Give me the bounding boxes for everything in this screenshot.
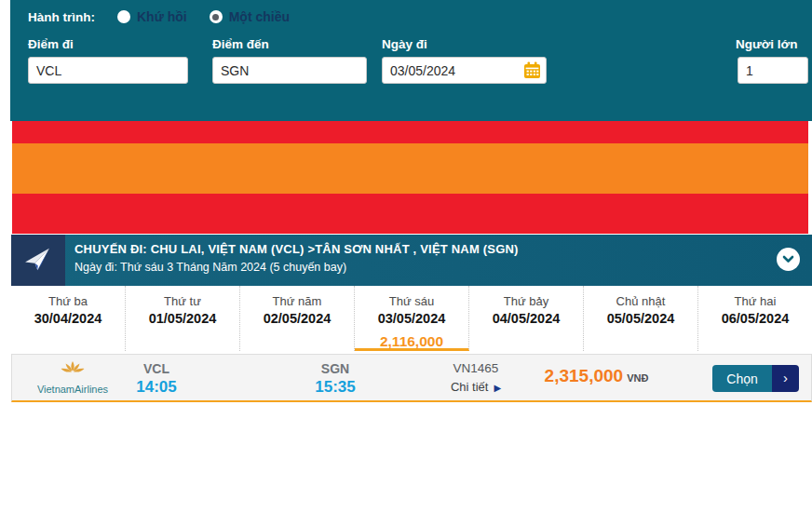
- tab-date: 05/05/2024: [584, 311, 697, 326]
- details-arrow-icon: ▶: [494, 383, 501, 393]
- date-tab-3-active[interactable]: Thứ sáu 03/05/2024 2,116,000: [355, 286, 469, 351]
- tab-day: Chủ nhật: [584, 294, 697, 308]
- flight-result-row: VietnamAirlines VCL 14:05 SGN 15:35 VN14…: [11, 354, 812, 402]
- price-currency: VNĐ: [627, 372, 648, 384]
- radio-icon[interactable]: [117, 10, 130, 23]
- flight-header-subtitle: Ngày đi: Thứ sáu 3 Tháng Năm 2024 (5 chu…: [74, 261, 519, 274]
- trip-type-label: Hành trình:: [28, 10, 95, 24]
- chevron-down-icon: [782, 255, 794, 263]
- origin-label: Điểm đi: [28, 37, 74, 51]
- collapse-button[interactable]: [777, 248, 800, 271]
- tab-day: Thứ năm: [240, 294, 354, 308]
- button-chevron-icon: ›: [772, 365, 799, 392]
- origin-code: VCL: [105, 361, 208, 376]
- tab-day: Thứ bảy: [469, 294, 583, 308]
- tab-date: 01/05/2024: [126, 311, 239, 326]
- date-tab-5[interactable]: Chủ nhật 05/05/2024: [584, 286, 698, 351]
- paper-plane-icon: [22, 247, 54, 275]
- destination-input[interactable]: [212, 57, 367, 84]
- dest-code: SGN: [284, 361, 386, 376]
- flight-number: VN1465: [425, 361, 527, 375]
- banner-stripe-red-bottom: [12, 194, 808, 234]
- search-form-panel: Hành trình: Khứ hồi Một chiều Điểm đi Đi…: [10, 0, 812, 121]
- tab-day: Thứ hai: [698, 294, 812, 308]
- vietnam-airlines-lotus-icon: [60, 360, 86, 379]
- date-tab-2[interactable]: Thứ năm 02/05/2024: [240, 286, 355, 351]
- date-tab-6[interactable]: Thứ hai 06/05/2024: [698, 286, 812, 351]
- arrive-time: 15:35: [284, 378, 386, 397]
- select-flight-button[interactable]: Chọn ›: [712, 365, 799, 392]
- promo-banner[interactable]: [12, 121, 808, 234]
- date-tabs: Thứ ba 30/04/2024 Thứ tư 01/05/2024 Thứ …: [11, 286, 812, 351]
- radio-selected-icon[interactable]: [210, 10, 223, 23]
- plane-box: [11, 235, 65, 286]
- flight-header-title: CHUYẾN ĐI: CHU LAI, VIỆT NAM (VCL) >TÂN …: [74, 242, 519, 256]
- tab-date: 04/05/2024: [469, 311, 583, 326]
- date-tab-4[interactable]: Thứ bảy 04/05/2024: [469, 286, 584, 351]
- depart-date-input[interactable]: [382, 57, 547, 84]
- tab-day: Thứ sáu: [355, 294, 468, 308]
- radio-round-trip-label: Khứ hồi: [137, 9, 187, 24]
- depart-date-label: Ngày đi: [382, 37, 427, 51]
- tab-day: Thứ ba: [11, 294, 125, 308]
- details-link[interactable]: Chi tiết▶: [425, 380, 527, 394]
- flight-number-column: VN1465 Chi tiết▶: [425, 361, 527, 394]
- adults-label: Người lớn: [736, 37, 797, 51]
- tab-day: Thứ tư: [126, 294, 239, 308]
- tab-price: 2,116,000: [355, 333, 468, 350]
- tab-date: 30/04/2024: [11, 311, 125, 326]
- price-value: 2,315,000: [545, 366, 624, 385]
- banner-stripe-orange: [12, 143, 808, 194]
- banner-stripe-red-top: [12, 121, 808, 143]
- date-tab-1[interactable]: Thứ tư 01/05/2024: [126, 286, 240, 351]
- depart-date-field: [382, 57, 547, 84]
- departure-column: VCL 14:05: [105, 361, 208, 397]
- flight-header-titles: CHUYẾN ĐI: CHU LAI, VIỆT NAM (VCL) >TÂN …: [74, 242, 519, 274]
- radio-round-trip[interactable]: Khứ hồi: [117, 9, 187, 24]
- trip-type-row: Hành trình: Khứ hồi Một chiều: [28, 9, 303, 24]
- arrival-column: SGN 15:35: [284, 361, 386, 397]
- details-label: Chi tiết: [451, 380, 488, 394]
- depart-time: 14:05: [105, 378, 208, 397]
- tab-date: 06/05/2024: [698, 311, 812, 326]
- origin-input[interactable]: [28, 57, 188, 84]
- destination-label: Điểm đến: [212, 37, 269, 51]
- flight-section-header: CHUYẾN ĐI: CHU LAI, VIỆT NAM (VCL) >TÂN …: [11, 235, 812, 286]
- price-column: 2,315,000VNĐ: [520, 366, 673, 386]
- radio-one-way-label: Một chiều: [229, 9, 290, 24]
- calendar-icon[interactable]: [523, 61, 541, 79]
- tab-date: 03/05/2024: [355, 311, 468, 326]
- date-tab-0[interactable]: Thứ ba 30/04/2024: [11, 286, 126, 351]
- tab-date: 02/05/2024: [240, 311, 354, 326]
- select-button-label: Chọn: [712, 365, 772, 392]
- adults-input[interactable]: [738, 57, 808, 84]
- radio-one-way[interactable]: Một chiều: [210, 9, 290, 24]
